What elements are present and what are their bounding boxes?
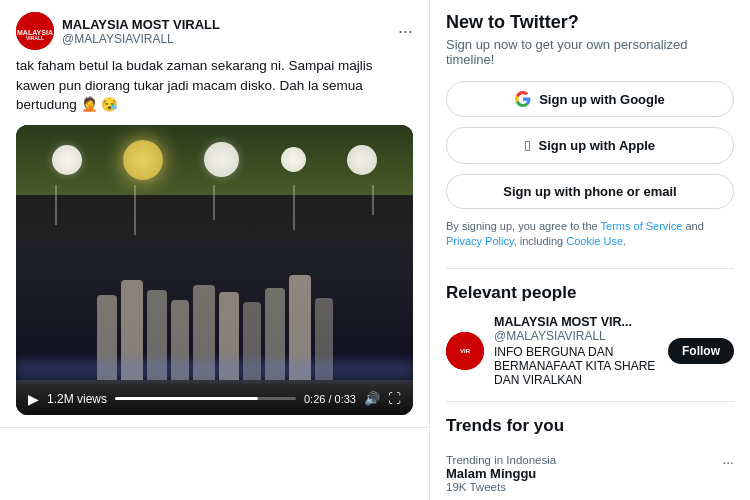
avatar[interactable]: MALAYSIA VIRALL xyxy=(16,12,54,50)
relevant-people-section: Relevant people VIR MALAYSIA MOST VIR...… xyxy=(446,283,734,387)
view-count: 1.2M views xyxy=(47,392,107,406)
video-controls: ▶ 1.2M views 0:26 / 0:33 🔊 ⛶ xyxy=(16,383,413,415)
tweet-header: MALAYSIA VIRALL MALAYSIA MOST VIRALL @MA… xyxy=(16,12,413,50)
fullscreen-icon[interactable]: ⛶ xyxy=(388,391,401,406)
cookie-link[interactable]: Cookie Use xyxy=(566,235,623,247)
trend-1-count: 19K Tweets xyxy=(446,481,556,493)
privacy-link[interactable]: Privacy Policy xyxy=(446,235,514,247)
flower-3 xyxy=(281,147,306,172)
flower-2 xyxy=(204,142,239,177)
trends-title: Trends for you xyxy=(446,416,734,436)
sign-up-apple-button[interactable]:  Sign up with Apple xyxy=(446,127,734,164)
tweet-card: MALAYSIA VIRALL MALAYSIA MOST VIRALL @MA… xyxy=(0,0,429,428)
new-to-twitter-subtitle: Sign up now to get your own personalized… xyxy=(446,37,734,67)
svg-text:VIR: VIR xyxy=(460,347,471,353)
tweet-media[interactable]: ▶ 1.2M views 0:26 / 0:33 🔊 ⛶ xyxy=(16,125,413,415)
section-divider-2 xyxy=(446,401,734,402)
person-handle[interactable]: @MALAYSIAVIRALL xyxy=(494,329,658,343)
trends-section: Trends for you Trending in Indonesia Mal… xyxy=(446,416,734,500)
person-info: MALAYSIA MOST VIR... @MALAYSIAVIRALL INF… xyxy=(494,315,658,387)
new-to-twitter-title: New to Twitter? xyxy=(446,12,734,33)
hanging-decor xyxy=(16,185,413,235)
person-bio: INFO BERGUNA DAN BERMANAFAAT KITA SHARE … xyxy=(494,345,658,387)
sign-up-apple-label: Sign up with Apple xyxy=(538,138,655,153)
username[interactable]: MALAYSIA MOST VIRALL xyxy=(62,17,220,32)
people-area xyxy=(16,240,413,380)
person-avatar[interactable]: VIR xyxy=(446,332,484,370)
hang-3 xyxy=(213,185,215,220)
section-divider-1 xyxy=(446,268,734,269)
new-to-twitter-section: New to Twitter? Sign up now to get your … xyxy=(446,12,734,250)
sign-up-phone-label: Sign up with phone or email xyxy=(503,184,676,199)
svg-text:VIRALL: VIRALL xyxy=(26,35,44,41)
relevant-people-title: Relevant people xyxy=(446,283,734,303)
flower-1 xyxy=(52,145,82,175)
flower-4 xyxy=(347,145,377,175)
left-panel: MALAYSIA VIRALL MALAYSIA MOST VIRALL @MA… xyxy=(0,0,430,500)
person-name[interactable]: MALAYSIA MOST VIR... xyxy=(494,315,658,329)
avatar-inner: MALAYSIA VIRALL xyxy=(16,12,54,50)
video-scene xyxy=(16,125,413,415)
hang-4 xyxy=(293,185,295,230)
trend-1-location: Trending in Indonesia xyxy=(446,454,556,466)
play-button[interactable]: ▶ xyxy=(28,391,39,407)
volume-icon[interactable]: 🔊 xyxy=(364,391,380,406)
hang-2 xyxy=(134,185,136,235)
sign-up-google-button[interactable]: Sign up with Google xyxy=(446,81,734,117)
user-handle[interactable]: @MALAYSIAVIRALL xyxy=(62,32,220,46)
trend-item-1[interactable]: Trending in Indonesia Malam Minggu 19K T… xyxy=(446,446,734,500)
relevant-person-item: VIR MALAYSIA MOST VIR... @MALAYSIAVIRALL… xyxy=(446,315,734,387)
tweet-header-left: MALAYSIA VIRALL MALAYSIA MOST VIRALL @MA… xyxy=(16,12,220,50)
chandelier xyxy=(123,140,163,180)
user-info: MALAYSIA MOST VIRALL @MALAYSIAVIRALL xyxy=(62,17,220,46)
apple-icon:  xyxy=(525,137,530,154)
sign-up-google-label: Sign up with Google xyxy=(539,92,665,107)
sign-up-phone-button[interactable]: Sign up with phone or email xyxy=(446,174,734,209)
time-display: 0:26 / 0:33 xyxy=(304,393,356,405)
progress-bar[interactable] xyxy=(115,397,296,400)
hang-1 xyxy=(55,185,57,225)
trend-1-name: Malam Minggu xyxy=(446,466,556,481)
google-icon xyxy=(515,91,531,107)
floor-glow xyxy=(16,360,413,380)
progress-fill xyxy=(115,397,258,400)
hang-5 xyxy=(372,185,374,215)
more-options-icon[interactable]: ··· xyxy=(398,21,413,42)
terms-link[interactable]: Terms of Service xyxy=(601,220,683,232)
trend-1-more-icon[interactable]: ··· xyxy=(722,454,734,470)
right-panel: New to Twitter? Sign up now to get your … xyxy=(430,0,750,500)
tos-text: By signing up, you agree to the Terms of… xyxy=(446,219,734,250)
video-placeholder xyxy=(16,125,413,415)
tweet-text: tak faham betul la budak zaman sekarang … xyxy=(16,56,413,115)
trend-item-1-header: Trending in Indonesia Malam Minggu 19K T… xyxy=(446,454,734,493)
follow-button[interactable]: Follow xyxy=(668,338,734,364)
